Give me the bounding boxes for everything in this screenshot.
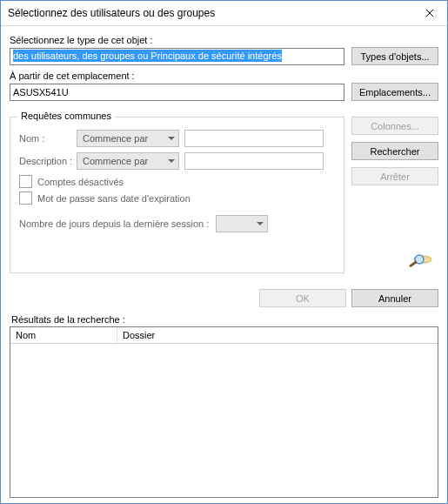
search-button[interactable]: Rechercher: [351, 142, 438, 160]
svg-rect-2: [409, 260, 418, 267]
chevron-down-icon: [168, 137, 175, 140]
locations-button[interactable]: Emplacements...: [351, 83, 438, 101]
side-buttons: Colonnes... Rechercher Arrêter: [351, 117, 438, 273]
checkbox-label: Mot de passe sans date d'expiration: [37, 193, 191, 204]
results-grid[interactable]: Nom Dossier: [10, 326, 438, 498]
no-expire-checkbox[interactable]: Mot de passe sans date d'expiration: [19, 192, 335, 205]
name-label: Nom :: [19, 133, 77, 144]
magnifier-icon: [407, 252, 435, 273]
stop-button: Arrêter: [351, 167, 438, 185]
location-label: À partir de cet emplacement :: [10, 71, 438, 81]
description-label: Description :: [19, 156, 77, 166]
dropdown-value: Commence par: [83, 133, 148, 144]
description-match-dropdown[interactable]: Commence par: [77, 152, 179, 170]
close-icon: [425, 9, 434, 17]
location-field[interactable]: [10, 84, 344, 101]
name-match-dropdown[interactable]: Commence par: [77, 130, 179, 147]
columns-button: Colonnes...: [351, 117, 438, 135]
queries-area: Requêtes communes Nom : Commence par Des…: [10, 106, 438, 273]
grid-header: Nom Dossier: [10, 327, 438, 344]
dropdown-value: Commence par: [83, 156, 148, 166]
object-types-button[interactable]: Types d'objets...: [351, 47, 438, 65]
common-queries-fieldset: Requêtes communes Nom : Commence par Des…: [10, 117, 344, 273]
checkbox-box: [19, 175, 32, 188]
ok-button: OK: [259, 289, 346, 307]
column-header-folder[interactable]: Dossier: [117, 327, 438, 343]
titlebar: Sélectionnez des utilisateurs ou des gro…: [1, 1, 447, 26]
days-label: Nombre de jours depuis la dernière sessi…: [19, 218, 209, 229]
object-type-field[interactable]: des utilisateurs, des groupes ou Princip…: [10, 48, 344, 65]
cancel-button[interactable]: Annuler: [351, 289, 438, 307]
content-area: Sélectionnez le type de cet objet : des …: [1, 26, 447, 503]
chevron-down-icon: [257, 222, 264, 225]
chevron-down-icon: [168, 159, 175, 163]
description-input[interactable]: [184, 152, 324, 170]
days-dropdown[interactable]: [216, 215, 268, 232]
results-label: Résultats de la recherche :: [10, 314, 438, 325]
disabled-accounts-checkbox[interactable]: Comptes désactivés: [19, 175, 335, 188]
name-input[interactable]: [184, 130, 324, 147]
dialog-buttons: OK Annuler: [10, 289, 438, 307]
checkbox-box: [19, 192, 32, 205]
fieldset-legend: Requêtes communes: [17, 111, 115, 121]
dialog-window: Sélectionnez des utilisateurs ou des gro…: [0, 0, 448, 504]
window-title: Sélectionnez des utilisateurs ou des gro…: [1, 7, 412, 19]
object-type-label: Sélectionnez le type de cet objet :: [10, 35, 438, 45]
checkbox-label: Comptes désactivés: [37, 177, 124, 187]
grid-body: [10, 344, 438, 497]
object-type-selection: des utilisateurs, des groupes ou Princip…: [13, 50, 282, 62]
close-button[interactable]: [412, 1, 447, 25]
column-header-name[interactable]: Nom: [10, 327, 117, 343]
